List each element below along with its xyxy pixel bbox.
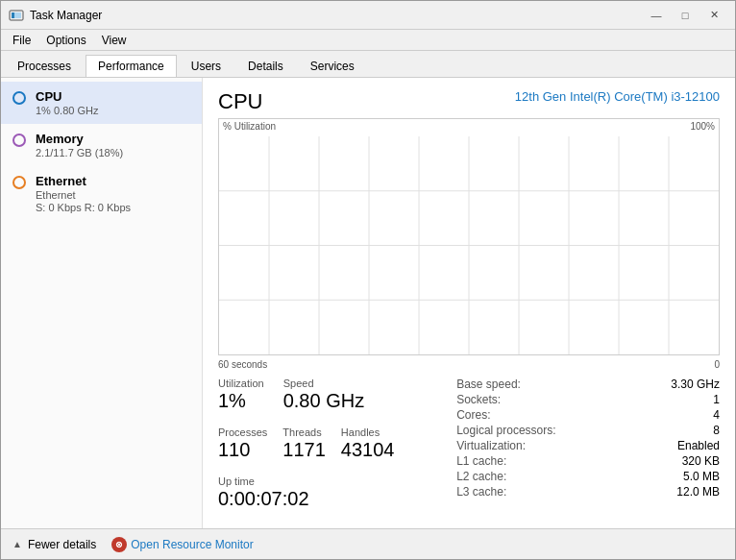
spec-value: 5.0 MB	[683, 470, 720, 483]
spec-key: Sockets:	[456, 393, 501, 406]
cpu-sub: 1% 0.80 GHz	[36, 105, 98, 116]
tab-services[interactable]: Services	[298, 55, 367, 77]
open-monitor-label: Open Resource Monitor	[131, 538, 253, 551]
uptime-stat: Up time 0:00:07:02	[218, 475, 437, 509]
memory-indicator	[12, 134, 26, 147]
spec-row: L3 cache:12.0 MB	[456, 485, 720, 499]
cpu-text: CPU 1% 0.80 GHz	[36, 89, 98, 116]
sidebar-item-memory[interactable]: Memory 2.1/11.7 GB (18%)	[1, 124, 202, 166]
tab-performance[interactable]: Performance	[86, 55, 177, 77]
sidebar-item-ethernet[interactable]: Ethernet Ethernet S: 0 Kbps R: 0 Kbps	[1, 166, 202, 221]
cpu-chart: % Utilization 100%	[218, 118, 720, 355]
chevron-down-icon: ▲	[12, 539, 22, 549]
spec-row: Virtualization:Enabled	[456, 439, 720, 452]
stats-right: Base speed:3.30 GHzSockets:1Cores:4Logic…	[456, 377, 720, 517]
tab-bar: Processes Performance Users Details Serv…	[1, 51, 735, 78]
utilization-label: Utilization	[218, 377, 264, 389]
spec-row: Cores:4	[456, 408, 720, 422]
memory-text: Memory 2.1/11.7 GB (18%)	[36, 132, 123, 158]
monitor-icon: ⊗	[111, 537, 127, 552]
tab-processes[interactable]: Processes	[5, 55, 84, 77]
chart-grid	[219, 136, 719, 354]
title-bar: Task Manager — □ ✕	[1, 1, 735, 30]
maximize-button[interactable]: □	[672, 6, 699, 25]
ethernet-label: Ethernet	[36, 174, 131, 188]
ethernet-indicator	[12, 176, 26, 189]
cpu-indicator	[12, 91, 26, 105]
speed-label: Speed	[283, 377, 364, 389]
content-header: CPU 12th Gen Intel(R) Core(TM) i3-12100	[218, 89, 720, 114]
sidebar: CPU 1% 0.80 GHz Memory 2.1/11.7 GB (18%)…	[1, 78, 203, 528]
app-icon	[9, 8, 24, 23]
chart-y-label: % Utilization	[223, 121, 276, 132]
ethernet-sub2: S: 0 Kbps R: 0 Kbps	[36, 202, 131, 213]
memory-label: Memory	[36, 132, 123, 146]
chart-y-max: 100%	[690, 121, 715, 132]
spec-row: Logical processors:8	[456, 424, 720, 437]
ethernet-sub1: Ethernet	[36, 189, 131, 201]
sidebar-item-cpu[interactable]: CPU 1% 0.80 GHz	[1, 82, 202, 124]
spec-value: 4	[713, 408, 720, 422]
window-controls: — □ ✕	[643, 6, 727, 25]
spec-key: Cores:	[456, 408, 490, 422]
spec-value: 8	[713, 424, 720, 437]
footer: ▲ Fewer details ⊗ Open Resource Monitor	[1, 528, 735, 559]
uptime-label: Up time	[218, 475, 437, 487]
menu-bar: File Options View	[1, 30, 735, 51]
handles-label: Handles	[341, 426, 395, 438]
handles-stat: Handles 43104	[341, 426, 395, 460]
tab-details[interactable]: Details	[235, 55, 296, 77]
threads-label: Threads	[282, 426, 326, 438]
spec-row: L2 cache:5.0 MB	[456, 470, 720, 483]
stats-left: Utilization 1% Speed 0.80 GHz Processes …	[218, 377, 437, 517]
spec-row: Sockets:1	[456, 393, 720, 406]
main-area: CPU 1% 0.80 GHz Memory 2.1/11.7 GB (18%)…	[1, 78, 735, 528]
utilization-stat: Utilization 1%	[218, 377, 264, 411]
specs-table: Base speed:3.30 GHzSockets:1Cores:4Logic…	[456, 377, 720, 499]
content-area: CPU 12th Gen Intel(R) Core(TM) i3-12100 …	[203, 78, 735, 528]
spec-value: 1	[713, 393, 720, 406]
open-resource-monitor-button[interactable]: ⊗ Open Resource Monitor	[111, 537, 253, 552]
threads-stat: Threads 1171	[282, 426, 326, 460]
threads-value: 1171	[282, 439, 326, 460]
chart-x-min: 0	[714, 359, 720, 370]
chart-svg	[219, 136, 719, 354]
stats-grid: Utilization 1% Speed 0.80 GHz Processes …	[218, 377, 720, 517]
spec-key: L1 cache:	[456, 454, 506, 468]
processes-stat: Processes 110	[218, 426, 267, 460]
fewer-details-label: Fewer details	[28, 538, 96, 551]
ethernet-text: Ethernet Ethernet S: 0 Kbps R: 0 Kbps	[36, 174, 131, 213]
processes-value: 110	[218, 439, 267, 460]
menu-file[interactable]: File	[5, 32, 38, 49]
menu-options[interactable]: Options	[38, 32, 93, 49]
handles-value: 43104	[341, 439, 395, 460]
speed-stat: Speed 0.80 GHz	[283, 377, 364, 411]
svg-rect-2	[12, 12, 14, 18]
chart-x-label: 60 seconds	[218, 359, 267, 370]
spec-row: Base speed:3.30 GHz	[456, 377, 720, 391]
tab-users[interactable]: Users	[179, 55, 233, 77]
task-manager-window: Task Manager — □ ✕ File Options View Pro…	[0, 0, 736, 560]
chart-bottom-labels: 60 seconds 0	[218, 359, 720, 370]
spec-key: L2 cache:	[456, 470, 506, 483]
close-button[interactable]: ✕	[700, 6, 727, 25]
processes-label: Processes	[218, 426, 267, 438]
cpu-label: CPU	[36, 89, 98, 104]
spec-value: 3.30 GHz	[671, 377, 720, 391]
minimize-button[interactable]: —	[643, 6, 670, 25]
spec-key: Logical processors:	[456, 424, 555, 437]
window-title: Task Manager	[30, 9, 102, 22]
spec-value: 320 KB	[682, 454, 720, 468]
utilization-value: 1%	[218, 390, 264, 411]
title-bar-left: Task Manager	[9, 8, 102, 23]
uptime-value: 0:00:07:02	[218, 488, 437, 509]
menu-view[interactable]: View	[94, 32, 135, 49]
memory-sub: 2.1/11.7 GB (18%)	[36, 147, 123, 158]
cpu-title: CPU	[218, 89, 262, 114]
fewer-details-button[interactable]: ▲ Fewer details	[12, 538, 96, 551]
speed-value: 0.80 GHz	[283, 390, 364, 411]
spec-value: Enabled	[677, 439, 720, 452]
cpu-model: 12th Gen Intel(R) Core(TM) i3-12100	[515, 89, 720, 104]
spec-key: L3 cache:	[456, 485, 506, 499]
spec-value: 12.0 MB	[676, 485, 720, 499]
